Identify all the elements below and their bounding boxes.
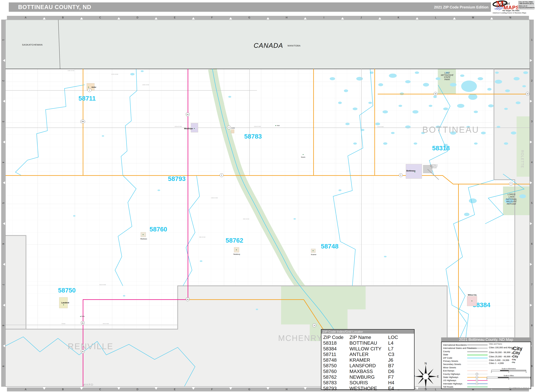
legend-row-label: State Highways	[443, 376, 458, 378]
grid-notch	[530, 141, 532, 143]
grid-notch	[304, 387, 307, 390]
legend-row-label: International Boundaries	[443, 344, 467, 346]
scale-label: Scale in Miles	[487, 375, 531, 377]
compass-e-label: E	[437, 375, 439, 378]
table-cell-zip: 58748	[323, 357, 337, 363]
grid-notch	[229, 17, 232, 19]
grid-notch	[530, 263, 532, 266]
legend-line-sample	[467, 361, 487, 361]
city-dot-icon: •	[512, 362, 512, 363]
table-cell-loc: B7	[388, 363, 394, 369]
logo-subtitle: America's Leading Source of Business Map…	[492, 12, 526, 14]
compass-n-label: N	[425, 362, 427, 365]
grid-notch	[192, 387, 195, 390]
header-bar: BOTTINEAU COUNTY, ND 2021 ZIP Code Premi…	[9, 2, 491, 12]
table-row: 58318BOTTINEAUL4	[321, 340, 414, 346]
grid-col-label: G	[231, 387, 268, 391]
table-cell-loc: L7	[388, 346, 394, 352]
copyright-line: 2021 © Intelligent Direct, Inc. Nanticok…	[509, 387, 529, 388]
grid-notch	[80, 17, 83, 19]
table-cell-loc: D6	[388, 369, 394, 374]
grid-notch	[3, 345, 5, 347]
contact-email: mapsales@MarketMAPS.com	[519, 7, 534, 9]
legend-box: International BoundariesInternational St…	[441, 342, 531, 389]
grid-notch	[490, 17, 493, 19]
logo-tagline: On Target. On Time.	[502, 9, 520, 12]
table-col-header: ZIP Code	[323, 335, 344, 340]
grid-notch	[3, 100, 5, 103]
legend-row-label: ZIP Code	[443, 357, 452, 359]
scale-bar-seg	[509, 370, 526, 371]
grid-col-label: K	[380, 16, 417, 19]
map-legend: 2021 Bottineau County, ND Map Internatio…	[441, 337, 531, 389]
zip-index-table: ZIP Code Index/Grid Locator ZIP CodeZIP …	[321, 329, 415, 390]
table-row: 58384WILLOW CITYL7	[321, 346, 414, 352]
grid-row-label: 7	[530, 264, 534, 305]
legend-city-label: Cities 100,000 and Above	[489, 346, 514, 349]
grid-row-label: 2	[530, 61, 534, 101]
legend-city-label: Cities 1 - 4,999	[489, 362, 504, 364]
grid-notch	[453, 17, 456, 19]
contact-call-label: CALL US TOLL FREE!	[519, 1, 534, 3]
grid-bar-left: 123456789	[1, 20, 5, 387]
grid-notch	[43, 17, 46, 19]
compass-star-icon	[413, 362, 439, 390]
contact-box: CALL US TOLL FREE! 1-888-434-MAPS (6277)…	[518, 1, 534, 10]
legend-city-sample: •City	[512, 350, 520, 355]
legend-city-label: Cities 5,000 - 24,999	[489, 359, 509, 361]
table-cell-name: BOTTINEAU	[349, 340, 377, 346]
table-cell-name: LANSFORD	[349, 363, 376, 369]
legend-row-label: County	[443, 350, 450, 353]
city-dot-icon: •	[512, 359, 512, 360]
cities-header: Cities and Towns	[489, 343, 502, 345]
legend-title: 2021 Bottineau County, ND Map	[441, 337, 531, 342]
grid-col-label: D	[119, 387, 156, 391]
grid-row-label: 3	[530, 101, 534, 142]
grid-notch	[341, 17, 344, 19]
grid-notch	[267, 17, 269, 19]
grid-col-label: N	[492, 16, 529, 19]
grid-notch	[530, 304, 532, 307]
legend-row-label: Toll Roads	[443, 386, 453, 388]
table-cell-name: WILLOW CITY	[349, 346, 382, 352]
legend-city-sample: •City	[512, 355, 518, 358]
grid-notch	[3, 141, 5, 143]
legend-row-label: Interstate Highways	[443, 383, 462, 385]
legend-row-label: State	[443, 353, 448, 356]
scale-tick: 2	[508, 371, 509, 373]
table-cell-loc: E4	[388, 386, 394, 391]
legend-city-sample: •City	[512, 358, 516, 361]
grid-bar-right: 123456789	[530, 20, 534, 387]
grid-notch	[155, 387, 158, 390]
table-row: 58783SOURISH4	[321, 380, 414, 386]
legend-row-label: US Highways	[443, 379, 456, 382]
grid-col-label: J	[343, 16, 380, 19]
compass-rose: N S E W	[413, 362, 439, 390]
table-cell-loc: F7	[388, 374, 394, 380]
map-canvas	[5, 20, 530, 387]
legend-row-label: County Highways	[443, 373, 460, 375]
legend-line-sample	[467, 358, 487, 358]
table-cell-name: ANTLER	[349, 352, 368, 357]
table-cell-loc: J6	[388, 357, 393, 363]
legend-row-label: Secondary Streets	[443, 363, 461, 365]
table-cell-name: NEWBURG	[349, 374, 375, 380]
city-dot-icon: •	[512, 355, 512, 358]
table-cell-name: MAXBASS	[349, 369, 373, 374]
scale-bar: Scale in Kilometers024	[491, 368, 526, 373]
grid-notch	[43, 387, 46, 390]
table-header-row: ZIP CodeZIP NameLOC	[321, 335, 414, 340]
grid-notch	[3, 181, 5, 184]
scale-ticks: 024	[491, 371, 526, 373]
grid-notch	[416, 17, 418, 19]
grid-col-label: I	[305, 16, 343, 19]
table-col-header: LOC	[388, 335, 398, 340]
scale-bar-seg	[509, 377, 530, 378]
grid-notch	[3, 222, 5, 225]
legend-badge: 123	[476, 376, 478, 378]
legend-line-sample	[467, 348, 487, 348]
grid-col-label: A	[7, 387, 44, 391]
zip-index-title: ZIP Code Index/Grid Locator	[321, 330, 414, 334]
contact-email-label: EMAIL US AT:	[519, 5, 534, 7]
legend-line-sample	[467, 367, 487, 368]
